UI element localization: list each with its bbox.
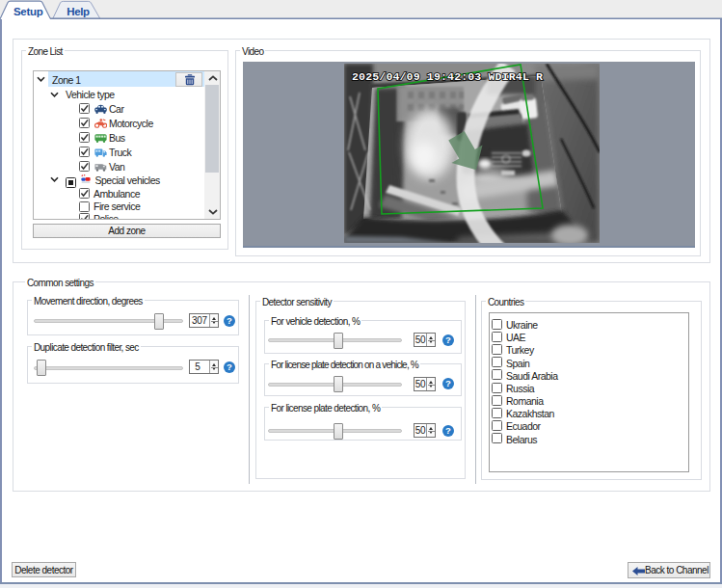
svg-text:2025/04/09 19:42:03 WDIR4L R: 2025/04/09 19:42:03 WDIR4L R bbox=[352, 70, 543, 83]
svg-text:Setup: Setup bbox=[13, 6, 43, 17]
svg-text:Help: Help bbox=[67, 6, 90, 17]
